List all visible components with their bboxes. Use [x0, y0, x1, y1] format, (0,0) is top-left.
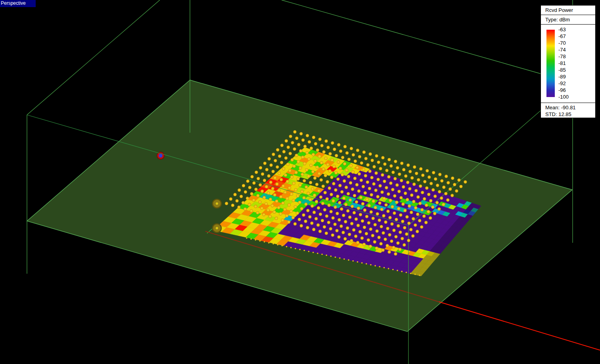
receiver-dot	[383, 197, 385, 200]
receiver-dot	[431, 206, 434, 208]
receiver-dot	[386, 227, 389, 230]
receiver-dot	[293, 165, 295, 168]
receiver-dot	[276, 166, 279, 168]
receiver-dot	[365, 215, 368, 218]
receiver-dot	[257, 194, 259, 197]
receiver-dot	[328, 170, 331, 172]
receiver-dot	[341, 156, 344, 159]
receiver-dot	[272, 170, 274, 173]
receiver-dot	[311, 205, 314, 208]
transmitter-sphere[interactable]	[213, 224, 221, 233]
receiver-dot	[253, 182, 255, 185]
receiver-dot	[358, 155, 361, 158]
receiver-dot	[347, 192, 350, 195]
receiver-dot	[423, 215, 426, 217]
receiver-dot	[295, 154, 298, 157]
receiver-dot	[360, 179, 362, 182]
legend-tick: -81	[558, 61, 566, 66]
receiver-dot	[269, 181, 272, 184]
receiver-dot	[389, 182, 392, 185]
receiver-dot	[412, 217, 415, 220]
receiver-dot	[282, 185, 285, 187]
viewport-3d[interactable]	[0, 0, 600, 364]
receiver-dot	[426, 187, 428, 189]
receiver-dot	[236, 200, 238, 202]
legend-tick: -85	[558, 67, 566, 73]
receiver-dot	[404, 209, 406, 212]
receiver-dot	[306, 151, 309, 154]
receiver-dot	[447, 181, 450, 184]
receiver-dot	[351, 205, 354, 208]
receiver-dot	[267, 175, 270, 177]
receiver-dot	[301, 156, 304, 158]
receiver-dot	[315, 217, 318, 220]
edge-dot	[286, 246, 288, 248]
edge-dot	[321, 253, 323, 255]
receiver-dot	[336, 212, 339, 215]
receiver-dot	[432, 189, 435, 191]
receiver-dot	[285, 139, 288, 142]
receiver-dot	[276, 149, 279, 151]
receiver-dot	[301, 190, 303, 193]
receiver-dot	[308, 141, 311, 143]
receiver-dot	[300, 224, 303, 227]
receiver-dot	[259, 200, 261, 203]
receiver-dot	[445, 192, 447, 195]
receiver-dot	[391, 188, 394, 191]
receiver-dot	[244, 191, 247, 193]
receiver-dot	[396, 184, 399, 187]
receiver-dot	[453, 183, 456, 186]
viewport-title[interactable]: Perspective	[0, 0, 36, 7]
receiver-dot	[255, 171, 258, 173]
receiver-dot	[370, 211, 372, 213]
receiver-dot	[277, 206, 280, 209]
receiver-dot	[299, 184, 301, 187]
receiver-dot	[310, 147, 312, 150]
receiver-dot	[309, 215, 311, 218]
legend-mean: Mean: -90.81	[545, 104, 595, 111]
receiver-dot	[464, 181, 467, 183]
receiver-dot	[335, 229, 338, 232]
receiver-dot	[343, 197, 345, 200]
receiver-dot	[353, 229, 355, 231]
receiver-dot	[352, 153, 355, 156]
receiver-dot	[238, 206, 240, 209]
receiver-dot	[282, 202, 284, 204]
receiver-dot	[280, 195, 282, 198]
receiver-dot	[298, 218, 301, 221]
receiver-dot	[358, 172, 360, 175]
receiver-dot	[282, 168, 285, 170]
receiver-dot	[384, 238, 387, 241]
receiver-dot	[362, 168, 365, 171]
receiver-dot	[316, 166, 318, 169]
receiver-dot	[382, 214, 385, 217]
receiver-dot	[398, 190, 401, 193]
receiver-dot	[441, 179, 443, 182]
receiver-dot	[252, 199, 255, 202]
receiver-dot	[399, 248, 401, 251]
receiver-dot	[401, 237, 404, 240]
receiver-dot	[297, 177, 299, 180]
edge-dot	[366, 263, 367, 265]
receiver-dot	[371, 234, 374, 237]
receiver-dot	[312, 228, 315, 231]
receiver-dot	[267, 192, 270, 194]
receiver-dot	[375, 154, 378, 157]
receiver-dot	[353, 194, 356, 197]
receiver-dot	[373, 240, 376, 243]
receiver-dot	[255, 188, 257, 191]
receiver-dot	[345, 203, 347, 206]
receiver-dot	[385, 169, 388, 172]
receiver-dot	[421, 208, 424, 211]
receiver-dot	[268, 157, 270, 160]
receiver-dot	[271, 187, 274, 190]
receiver-dot	[242, 184, 245, 187]
receiver-dot	[348, 158, 351, 161]
receiver-dot	[417, 196, 420, 198]
receiver-dot	[393, 229, 395, 232]
receiver-dot	[335, 154, 338, 157]
transmitter-sphere[interactable]	[213, 199, 221, 208]
edge-dot	[370, 264, 372, 266]
receiver-dot	[379, 167, 382, 170]
receiver-dot	[409, 170, 412, 173]
